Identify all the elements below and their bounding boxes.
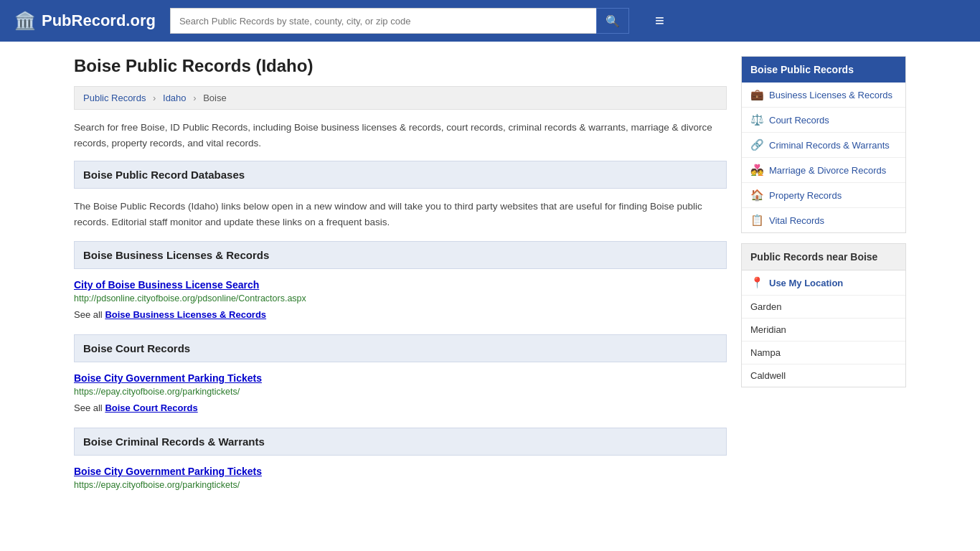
criminal-parking-url: https://epay.cityofboise.org/parkingtick… (74, 480, 727, 490)
databases-body-text: The Boise Public Records (Idaho) links b… (74, 199, 727, 230)
sidebar-records-box: Boise Public Records 💼 Business Licenses… (741, 56, 906, 233)
databases-section-body: The Boise Public Records (Idaho) links b… (74, 197, 727, 241)
sidebar-nearby-nampa-label: Nampa (750, 347, 781, 358)
chain-icon: 🔗 (750, 138, 763, 151)
sidebar-nearby-caldwell[interactable]: Caldwell (742, 364, 905, 387)
clipboard-icon: 📋 (750, 214, 763, 227)
search-icon: 🔍 (606, 14, 620, 28)
breadcrumb-public-records[interactable]: Public Records (83, 93, 146, 103)
page-title: Boise Public Records (Idaho) (74, 56, 727, 76)
sidebar-item-business-label: Business Licenses & Records (769, 90, 892, 100)
logo[interactable]: 🏛️ PubRecord.org (14, 11, 156, 31)
court-parking-tickets-link[interactable]: Boise City Government Parking Tickets (74, 372, 727, 384)
location-pin-icon: 📍 (750, 276, 763, 289)
building-icon: 🏛️ (14, 11, 36, 31)
sidebar-nearby-nampa[interactable]: Nampa (742, 342, 905, 364)
business-license-search-link[interactable]: City of Boise Business License Search (74, 279, 727, 291)
main-container: Boise Public Records (Idaho) Public Reco… (60, 42, 920, 522)
business-license-url: http://pdsonline.cityofboise.org/pdsonli… (74, 293, 727, 303)
menu-button[interactable]: ≡ (649, 9, 670, 33)
sidebar-records-title: Boise Public Records (742, 57, 905, 83)
breadcrumb-idaho[interactable]: Idaho (163, 93, 187, 103)
sidebar-item-vital-label: Vital Records (769, 215, 824, 226)
sidebar-item-criminal-label: Criminal Records & Warrants (769, 140, 890, 151)
logo-text: PubRecord.org (42, 11, 156, 30)
business-see-all-link[interactable]: Boise Business Licenses & Records (105, 309, 266, 320)
sidebar-use-location-label: Use My Location (769, 278, 843, 288)
sidebar-records-list: 💼 Business Licenses & Records ⚖️ Court R… (742, 83, 905, 232)
search-area: 🔍 (170, 8, 629, 34)
sidebar-nearby-box: Public Records near Boise 📍 Use My Locat… (741, 243, 906, 387)
court-parking-url: https://epay.cityofboise.org/parkingtick… (74, 387, 727, 397)
breadcrumb: Public Records › Idaho › Boise (74, 86, 727, 110)
criminal-parking-tickets-link[interactable]: Boise City Government Parking Tickets (74, 466, 727, 477)
search-input[interactable] (170, 8, 596, 34)
home-icon: 🏠 (750, 189, 763, 202)
breadcrumb-boise: Boise (203, 93, 227, 103)
court-see-all: See all Boise Court Records (74, 402, 727, 413)
court-section-body: Boise City Government Parking Tickets ht… (74, 371, 727, 428)
sidebar-item-vital[interactable]: 📋 Vital Records (742, 208, 905, 232)
sidebar-item-court[interactable]: ⚖️ Court Records (742, 108, 905, 133)
business-section-header: Boise Business Licenses & Records (74, 241, 727, 269)
court-section-header: Boise Court Records (74, 334, 727, 362)
sidebar-nearby-meridian[interactable]: Meridian (742, 319, 905, 342)
sidebar-item-criminal[interactable]: 🔗 Criminal Records & Warrants (742, 133, 905, 158)
intro-text: Search for free Boise, ID Public Records… (74, 120, 727, 151)
search-button[interactable]: 🔍 (596, 8, 629, 34)
criminal-section-header: Boise Criminal Records & Warrants (74, 428, 727, 456)
sidebar-item-business[interactable]: 💼 Business Licenses & Records (742, 83, 905, 108)
sidebar-item-property[interactable]: 🏠 Property Records (742, 183, 905, 208)
sidebar-nearby-caldwell-label: Caldwell (750, 370, 786, 381)
scales-icon: ⚖️ (750, 113, 763, 126)
sidebar-nearby-garden[interactable]: Garden (742, 296, 905, 319)
court-see-all-link[interactable]: Boise Court Records (105, 402, 197, 413)
criminal-section-body: Boise City Government Parking Tickets ht… (74, 464, 727, 507)
content-area: Boise Public Records (Idaho) Public Reco… (74, 56, 727, 507)
sidebar: Boise Public Records 💼 Business Licenses… (741, 56, 906, 507)
sidebar-item-court-label: Court Records (769, 115, 829, 126)
sidebar-item-property-label: Property Records (769, 190, 842, 201)
databases-section-header: Boise Public Record Databases (74, 161, 727, 189)
sidebar-item-marriage[interactable]: 💑 Marriage & Divorce Records (742, 158, 905, 183)
sidebar-nearby-title: Public Records near Boise (742, 244, 905, 270)
business-see-all: See all Boise Business Licenses & Record… (74, 309, 727, 320)
sidebar-item-marriage-label: Marriage & Divorce Records (769, 165, 886, 176)
rings-icon: 💑 (750, 164, 763, 176)
business-section-body: City of Boise Business License Search ht… (74, 278, 727, 334)
hamburger-icon: ≡ (655, 11, 664, 29)
sidebar-nearby-garden-label: Garden (750, 301, 781, 312)
briefcase-icon: 💼 (750, 88, 763, 101)
site-header: 🏛️ PubRecord.org 🔍 ≡ (0, 0, 980, 42)
sidebar-nearby-meridian-label: Meridian (750, 324, 786, 335)
sidebar-use-location[interactable]: 📍 Use My Location (742, 270, 905, 296)
